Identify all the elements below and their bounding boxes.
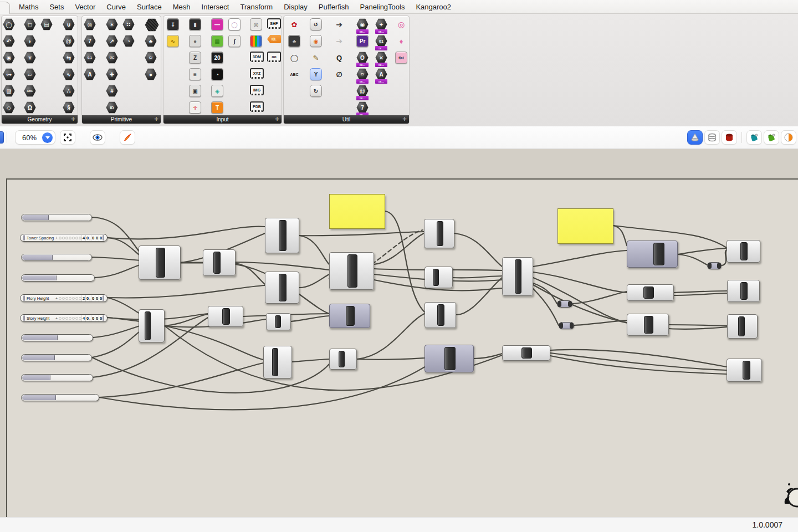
book-icon[interactable]: ▤ <box>40 18 53 30</box>
points-icon[interactable]: ∴ <box>63 85 75 97</box>
component[interactable] <box>266 313 291 330</box>
o1-x-icon[interactable]: 01 <box>375 35 387 47</box>
lasso-icon[interactable]: ◯ <box>288 52 300 64</box>
chip-3dm-icon[interactable]: 3DM <box>250 52 264 62</box>
slider-fill[interactable] <box>22 255 53 260</box>
slider-digit[interactable]: 0 <box>85 315 89 321</box>
x-x-icon[interactable]: ✕ <box>375 52 387 64</box>
wireframe-preview-button[interactable] <box>704 130 720 145</box>
slider-digit[interactable]: 4 <box>81 315 85 321</box>
panel-expand-icon[interactable]: ✛ <box>402 115 407 124</box>
component[interactable] <box>424 302 456 328</box>
slider-plus[interactable]: + <box>55 296 58 300</box>
component[interactable] <box>329 349 357 370</box>
component[interactable] <box>727 280 760 302</box>
slider-plus[interactable]: + <box>55 316 58 320</box>
component[interactable] <box>502 345 550 361</box>
slider-grip-dot[interactable] <box>79 297 81 300</box>
a-x-icon[interactable]: A <box>375 68 387 80</box>
menu-item-sets[interactable]: Sets <box>44 3 69 11</box>
mesh-sphere-icon[interactable]: ✳ <box>24 52 36 64</box>
seven-icon[interactable]: 7 <box>84 35 96 47</box>
spiral-icon[interactable]: @ <box>63 35 75 47</box>
component[interactable] <box>424 345 474 372</box>
component[interactable] <box>329 252 374 290</box>
donut-pink-icon[interactable]: ◎ <box>395 18 407 30</box>
alpha-loop-icon[interactable]: Ω <box>24 101 36 114</box>
slider-digit[interactable]: 0 <box>91 235 95 241</box>
relay-node[interactable] <box>707 262 722 269</box>
slider-fill[interactable] <box>22 395 56 400</box>
cslash-x-icon[interactable]: C/ <box>356 68 369 80</box>
menu-item-vector[interactable]: Vector <box>69 3 101 11</box>
flow-arrows-icon[interactable]: ⇆ <box>63 52 75 64</box>
component[interactable] <box>727 240 760 263</box>
paint-t-icon[interactable]: T <box>211 101 223 114</box>
panel-expand-icon[interactable]: ✛ <box>154 115 158 124</box>
save-icon[interactable] <box>0 131 4 144</box>
wave-icon[interactable]: ∿ <box>63 68 75 80</box>
swatch-icon[interactable]: ▦ <box>211 35 223 47</box>
plus-icon[interactable]: ✚ <box>106 68 118 80</box>
chip-img-icon[interactable]: IMG <box>250 85 264 95</box>
arrow-outline-icon[interactable]: ➔ <box>333 35 345 47</box>
vector-arrow-icon[interactable]: ↗ <box>106 35 118 47</box>
dial-icon[interactable]: ◎ <box>250 18 262 30</box>
burst-icon[interactable]: ✶ <box>106 18 118 30</box>
panel-expand-icon[interactable]: ✛ <box>275 115 279 124</box>
egg-x-icon[interactable]: ◉ <box>356 18 369 30</box>
wrench-icon[interactable]: ⊶ <box>3 68 15 80</box>
calendar-aug20-icon[interactable]: 20 <box>211 52 223 64</box>
slider-digit[interactable]: 0 <box>91 315 95 321</box>
component[interactable] <box>208 306 243 327</box>
box-icon[interactable]: □ <box>24 18 36 30</box>
slider-digit[interactable]: 0 <box>85 295 89 301</box>
menu-item-panelingtools[interactable]: PanelingTools <box>355 3 411 11</box>
component[interactable] <box>424 219 454 248</box>
component[interactable] <box>265 218 299 253</box>
preview-eye-button[interactable] <box>90 130 105 145</box>
shell-icon[interactable]: ◉ <box>3 52 15 64</box>
number-slider[interactable] <box>21 374 93 381</box>
id-icon[interactable]: ID <box>106 101 118 114</box>
component[interactable] <box>424 267 453 288</box>
o-x-icon[interactable]: O <box>356 52 369 64</box>
zoom-level-select[interactable]: 60% <box>15 130 55 145</box>
slider-grip-dot[interactable] <box>65 317 68 320</box>
panel-header-input[interactable]: Input✛ <box>163 115 282 124</box>
lightning-icon[interactable]: Z <box>189 52 201 64</box>
slider-digit[interactable]: 0 <box>95 315 99 321</box>
slider-fill[interactable] <box>22 215 49 220</box>
slider-grip-dot[interactable] <box>62 237 65 239</box>
knob-icon[interactable]: ● <box>189 35 201 47</box>
s-curve-icon[interactable]: § <box>63 101 75 114</box>
menu-item-curve[interactable]: Curve <box>101 3 131 11</box>
teal-material-button[interactable] <box>746 130 762 145</box>
dark-hex-icon[interactable] <box>145 18 159 32</box>
diamond-icon[interactable]: ◇ <box>3 101 15 114</box>
panel-header-geometry[interactable]: Geometry✛ <box>2 115 78 124</box>
slider-grip-dot[interactable] <box>65 237 68 239</box>
letter-a-icon[interactable]: A <box>84 68 96 80</box>
zoom-out-icon[interactable]: Q <box>333 52 345 64</box>
ellipse-icon[interactable]: ◯ <box>3 18 15 30</box>
panel-header-util[interactable]: Util✛ <box>284 115 409 124</box>
menu-item-surface[interactable]: Surface <box>131 3 167 11</box>
pencil-icon[interactable]: ✎ <box>310 52 322 64</box>
slider-digit[interactable]: 4 <box>81 235 85 241</box>
key-x-icon[interactable]: ✦ <box>375 18 387 30</box>
slider-grip-dot[interactable] <box>75 237 78 239</box>
component[interactable] <box>329 304 370 328</box>
fx-icon[interactable]: f(x) <box>395 52 407 64</box>
chip-pdb-icon[interactable]: PDB <box>250 101 264 112</box>
patch-icon[interactable]: ▱ <box>24 68 36 80</box>
slider-fill[interactable] <box>22 375 50 380</box>
component[interactable] <box>139 245 181 280</box>
gauge-icon[interactable]: ◔ <box>122 35 135 47</box>
slider-fill[interactable] <box>22 275 57 280</box>
number-slider[interactable] <box>21 274 95 282</box>
domino-icon[interactable]: ∷ <box>122 18 135 30</box>
rec-button-icon[interactable]: ◉ <box>310 35 322 47</box>
arrow-solid-icon[interactable]: ➔ <box>333 18 345 30</box>
note-panel[interactable] <box>557 208 613 244</box>
